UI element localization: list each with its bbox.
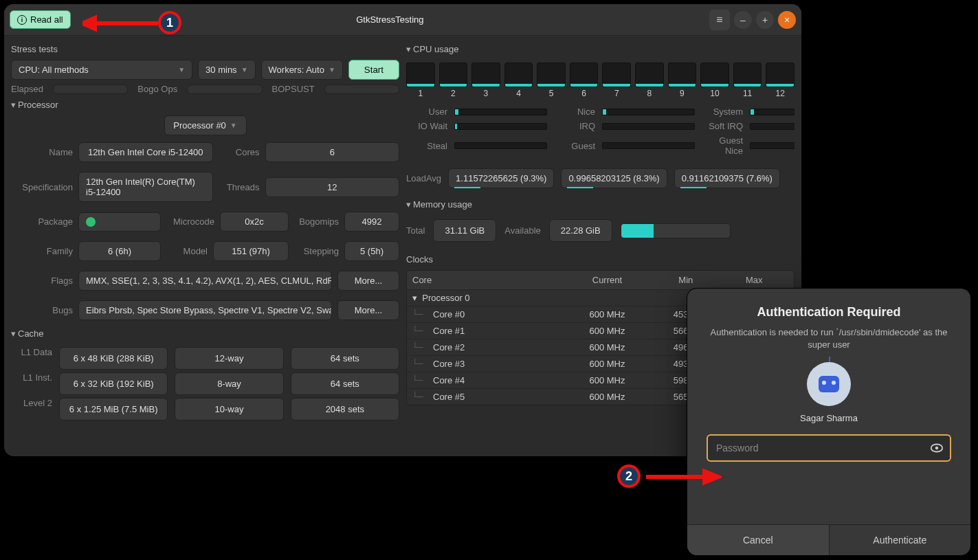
processor-section-header[interactable]: Processor <box>11 98 399 111</box>
stat-bar <box>454 123 547 130</box>
clock-core: └─Core #5 <box>412 392 563 402</box>
cache-size: 6 x 1.25 MiB (7.5 MiB) <box>59 398 168 421</box>
cpu-core-cell <box>570 63 599 87</box>
cpu-stats-grid: UserNiceSystemIO WaitIRQSoft IRQStealGue… <box>406 107 794 156</box>
workers-select[interactable]: Workers: Auto▼ <box>261 60 343 80</box>
col-min: Min <box>652 275 720 285</box>
stat-bar <box>750 109 794 115</box>
stat-label: IO Wait <box>406 121 447 131</box>
read-all-button[interactable]: i Read all <box>10 10 71 29</box>
password-input[interactable] <box>707 434 951 462</box>
cache-sets: 2048 sets <box>291 398 399 421</box>
col-current: Current <box>563 275 652 285</box>
cpu-core-number: 8 <box>647 89 652 98</box>
cpu-core-cell <box>602 63 631 87</box>
threads-label: Threads <box>219 182 260 192</box>
cpu-core-cell <box>635 63 664 87</box>
read-all-label: Read all <box>30 14 63 25</box>
bogo-ops-value <box>187 85 262 94</box>
loadavg-1: 1.11572265625 (9.3%) <box>448 168 554 188</box>
auth-cancel-button[interactable]: Cancel <box>687 525 829 555</box>
family-value: 6 (6h) <box>78 241 161 261</box>
cpu-core-cell <box>504 63 533 87</box>
flags-value: MMX, SSE(1, 2, 3, 3S, 4.1, 4.2), AVX(1, … <box>78 271 332 291</box>
cpu-core-number: 2 <box>451 89 456 98</box>
cache-size: 6 x 32 KiB (192 KiB) <box>59 372 168 395</box>
cache-label: Level 2 <box>11 398 52 421</box>
processor-select[interactable]: Processor #0▼ <box>164 115 247 135</box>
mem-total-label: Total <box>406 225 425 236</box>
stat-bar <box>750 142 794 149</box>
model-label: Model <box>166 246 208 256</box>
duration-select[interactable]: 30 mins▼ <box>198 60 255 80</box>
cache-label: L1 Inst. <box>11 372 52 395</box>
start-button[interactable]: Start <box>348 60 399 80</box>
family-label: Family <box>11 246 73 256</box>
memory-usage-header[interactable]: Memory usage <box>406 198 794 211</box>
cpu-core-cell <box>733 63 762 87</box>
clock-current: 600 MHz <box>563 392 652 402</box>
cpu-core-cell <box>668 63 697 87</box>
cache-size: 6 x 48 KiB (288 KiB) <box>59 347 168 370</box>
chevron-down-icon: ▼ <box>241 66 248 74</box>
stepping-value: 5 (5h) <box>344 241 399 261</box>
close-button[interactable]: × <box>778 11 796 29</box>
cpu-core-number: 1 <box>418 89 423 98</box>
clock-core: └─Core #4 <box>412 375 563 385</box>
show-password-icon[interactable] <box>929 440 944 456</box>
clock-current: 600 MHz <box>563 375 652 385</box>
stat-bar <box>602 123 695 130</box>
clock-current: 600 MHz <box>563 309 652 320</box>
minimize-button[interactable]: – <box>734 11 752 29</box>
cache-section-header[interactable]: Cache <box>11 327 399 340</box>
clock-core: └─Core #0 <box>412 309 563 320</box>
bugs-value: Eibrs Pbrsb, Spec Store Bypass, Spectre … <box>78 300 332 320</box>
bopsust-label: BOPSUST <box>272 84 315 94</box>
mem-usage-bar <box>621 223 731 238</box>
main-window: i Read all GtkStressTesting ≡ – + × Stre… <box>4 4 801 456</box>
loadavg-5: 0.99658203125 (8.3%) <box>561 168 667 188</box>
stat-bar <box>602 109 695 115</box>
cache-label: L1 Data <box>11 347 52 370</box>
stress-method-select[interactable]: CPU: All methods▼ <box>11 60 192 80</box>
microcode-label: Microcode <box>166 216 214 227</box>
bugs-more-button[interactable]: More... <box>337 300 399 320</box>
hamburger-menu-button[interactable]: ≡ <box>709 10 730 30</box>
clocks-proc-row[interactable]: ▾ Processor 0 <box>412 293 563 303</box>
name-value: 12th Gen Intel Core i5-12400 <box>78 142 213 162</box>
user-avatar-icon <box>807 362 851 406</box>
clock-core: └─Core #2 <box>412 342 563 352</box>
stat-bar <box>602 142 695 149</box>
flags-more-button[interactable]: More... <box>337 271 399 291</box>
col-core: Core <box>412 275 563 285</box>
package-label: Package <box>11 216 73 227</box>
cpu-core-number: 3 <box>484 89 489 98</box>
stat-label: Guest <box>554 141 595 151</box>
stat-bar <box>454 142 547 149</box>
chevron-down-icon: ▼ <box>230 122 237 129</box>
stat-label: System <box>702 107 743 117</box>
auth-dialog: Authentication Required Authentication i… <box>687 289 970 555</box>
left-column: Stress tests CPU: All methods▼ 30 mins▼ … <box>11 43 399 456</box>
stat-label: Nice <box>554 107 595 117</box>
cpu-core-number: 10 <box>710 89 719 98</box>
bogo-ops-label: Bogo Ops <box>137 84 177 94</box>
clock-current: 600 MHz <box>563 342 652 352</box>
stat-label: Soft IRQ <box>702 121 743 131</box>
cache-assoc: 10-way <box>175 398 283 421</box>
spec-label: Specification <box>11 182 73 192</box>
bogomips-label: Bogomips <box>294 216 339 227</box>
auth-authenticate-button[interactable]: Authenticate <box>829 525 971 555</box>
clock-current: 600 MHz <box>563 326 652 336</box>
cpu-core-number: 4 <box>516 89 521 98</box>
window-title: GtkStressTesting <box>76 14 704 25</box>
cpu-core-number: 12 <box>775 89 784 98</box>
loadavg-label: LoadAvg <box>406 173 441 183</box>
maximize-button[interactable]: + <box>756 11 774 29</box>
flags-label: Flags <box>11 276 73 286</box>
cache-assoc: 12-way <box>175 347 283 370</box>
bogomips-value: 4992 <box>344 212 399 232</box>
annotation-badge-2: 2 <box>617 464 641 488</box>
cpu-usage-header[interactable]: CPU usage <box>406 43 794 56</box>
cpu-core-number: 5 <box>549 89 554 98</box>
